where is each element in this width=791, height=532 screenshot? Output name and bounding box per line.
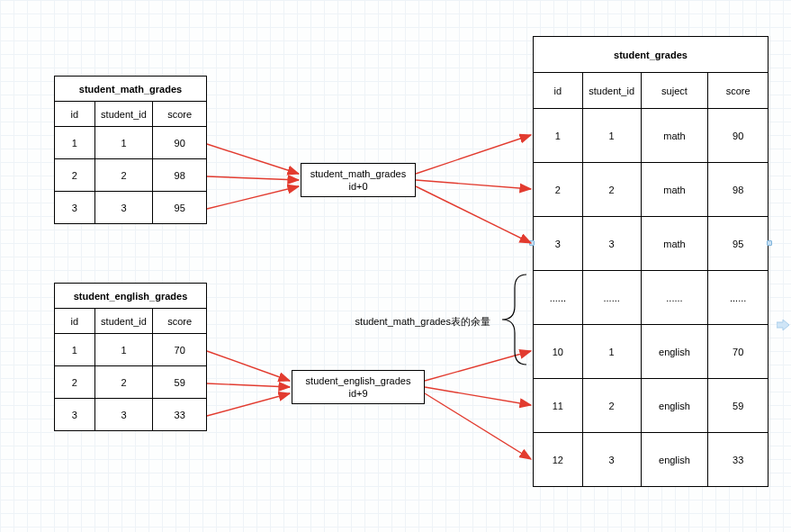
english-op-line2: id+9 xyxy=(292,387,424,400)
result-grades-table: student_grades id student_id suject scor… xyxy=(533,36,769,487)
english-col-score: score xyxy=(153,309,207,334)
result-col-id: id xyxy=(534,73,583,109)
table-row: 1 1 90 xyxy=(55,127,207,159)
arrow-engop-res1 xyxy=(425,351,531,381)
arrow-math-row1 xyxy=(207,144,299,174)
table-row: 11 2 english 59 xyxy=(534,379,769,433)
table-row: 3 3 95 xyxy=(55,192,207,224)
table-row: 12 3 english 33 xyxy=(534,433,769,487)
math-col-studentid: student_id xyxy=(94,102,153,127)
arrow-mathop-res1 xyxy=(416,135,531,174)
result-col-score: score xyxy=(708,73,769,109)
math-op-box: student_math_grades id+0 xyxy=(301,163,416,197)
arrow-mathop-res3 xyxy=(416,186,531,243)
math-op-line2: id+0 xyxy=(301,180,415,193)
arrow-math-row2 xyxy=(207,176,299,180)
arrow-mathop-res2 xyxy=(416,180,531,189)
math-grades-table: student_math_grades id student_id score … xyxy=(54,76,207,224)
arrow-math-row3 xyxy=(207,186,299,209)
english-table-title: student_english_grades xyxy=(55,284,207,309)
gap-annotation: student_math_grades表的余量 xyxy=(337,315,490,329)
table-row: 2 2 98 xyxy=(55,159,207,192)
english-col-studentid: student_id xyxy=(94,309,153,334)
result-table-title: student_grades xyxy=(534,37,769,73)
english-op-box: student_english_grades id+9 xyxy=(292,370,425,404)
arrow-eng-row1 xyxy=(207,351,290,381)
table-row-ellipsis: ...... ...... ...... ...... xyxy=(534,271,769,325)
table-row: 2 2 math 98 xyxy=(534,163,769,217)
math-col-id: id xyxy=(55,102,95,127)
english-col-id: id xyxy=(55,309,95,334)
selection-handle-icon xyxy=(529,240,535,246)
arrow-eng-row2 xyxy=(207,383,290,387)
result-col-subject: suject xyxy=(641,73,708,109)
table-row: 1 1 70 xyxy=(55,334,207,366)
arrow-engop-res3 xyxy=(425,393,531,459)
english-op-line1: student_english_grades xyxy=(292,374,424,387)
page-forward-icon xyxy=(777,320,789,330)
math-table-title: student_math_grades xyxy=(55,77,207,102)
table-row: 10 1 english 70 xyxy=(534,325,769,379)
math-op-line1: student_math_grades xyxy=(301,167,415,180)
english-grades-table: student_english_grades id student_id sco… xyxy=(54,283,207,431)
result-col-studentid: student_id xyxy=(582,73,641,109)
math-col-score: score xyxy=(153,102,207,127)
arrow-engop-res2 xyxy=(425,387,531,405)
table-row: 1 1 math 90 xyxy=(534,109,769,163)
table-row: 2 2 59 xyxy=(55,366,207,399)
table-row: 3 3 math 95 xyxy=(534,217,769,271)
brace-icon xyxy=(502,275,526,365)
arrow-eng-row3 xyxy=(207,393,290,416)
table-row: 3 3 33 xyxy=(55,399,207,431)
selection-handle-icon xyxy=(767,240,772,246)
